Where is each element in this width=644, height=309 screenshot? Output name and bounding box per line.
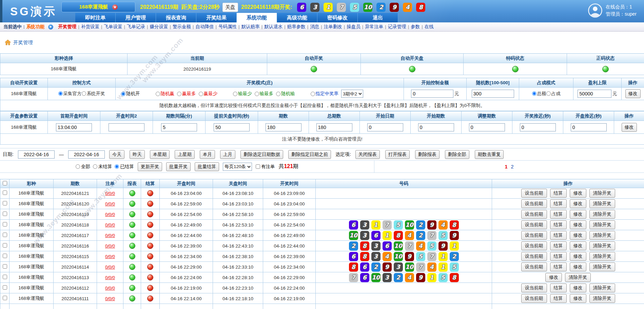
row-checkbox[interactable]: [3, 275, 7, 279]
submenu-item-注单删改[interactable]: 注单删改: [324, 24, 342, 29]
update-draw-button[interactable]: 更新开奖: [138, 162, 162, 171]
delete-selected-dates-button[interactable]: 删除选定日期数据: [240, 150, 283, 159]
modify-button[interactable]: 修改: [622, 123, 637, 132]
open-param-input[interactable]: [418, 123, 454, 131]
page-size-select[interactable]: 每页120条: [223, 163, 252, 171]
settle-button[interactable]: 结算: [550, 189, 567, 198]
batch-settle-button[interactable]: 批量结算: [195, 162, 219, 171]
submenu-item-消息[interactable]: 消息: [310, 24, 319, 29]
report-status-light[interactable]: [129, 222, 135, 228]
open-param-input[interactable]: [520, 123, 556, 131]
draw-mode-option-输最少[interactable]: 输最少: [233, 91, 252, 97]
set-current-period-button[interactable]: 设当前期: [521, 210, 547, 219]
clear-draw-button[interactable]: 清除开奖: [589, 241, 615, 250]
draw-mode-radio[interactable]: [233, 92, 237, 96]
draw-mode-radio[interactable]: [255, 92, 259, 96]
row-checkbox[interactable]: [3, 190, 7, 195]
dedupe-periods-button[interactable]: 期数去重复: [475, 150, 504, 159]
tab-退出[interactable]: 退出: [358, 13, 398, 22]
special-code-light[interactable]: [512, 66, 519, 72]
delete-all-button[interactable]: 删除全部: [445, 150, 469, 159]
draw-mode-option-输最多[interactable]: 输最多: [255, 91, 274, 97]
submenu-item-补货设置[interactable]: 补货设置: [81, 24, 99, 29]
settle-status-radio[interactable]: [93, 164, 97, 169]
report-status-light[interactable]: [129, 211, 135, 217]
clear-draw-button[interactable]: 清除开奖: [589, 210, 615, 219]
set-current-period-button[interactable]: 设当前期: [521, 262, 547, 271]
report-status-light[interactable]: [129, 243, 135, 249]
close-market-button[interactable]: 关盘: [222, 3, 238, 12]
this-week-button[interactable]: 本星期: [150, 150, 170, 159]
row-checkbox[interactable]: [3, 201, 7, 205]
draw-mode-option-赢最多[interactable]: 赢最多: [177, 91, 196, 97]
bets-link[interactable]: 0/0/0: [105, 222, 115, 228]
modify-button[interactable]: 修改: [570, 252, 586, 261]
page-1[interactable]: 1: [505, 164, 507, 169]
settle-button[interactable]: 结算: [550, 210, 567, 219]
normal-code-light[interactable]: [602, 66, 609, 72]
modify-button[interactable]: 修改: [570, 294, 586, 303]
settle-button[interactable]: 结算: [550, 284, 567, 292]
submenu-item-警示金额[interactable]: 警示金额: [173, 24, 191, 29]
tab-开奖结果[interactable]: 开奖结果: [196, 13, 237, 22]
modify-button[interactable]: 修改: [570, 220, 586, 229]
settle-status-light[interactable]: [147, 201, 153, 207]
draw-mode-option-随机赢[interactable]: 随机赢: [156, 91, 175, 97]
modify-button[interactable]: 修改: [545, 273, 562, 282]
modify-button[interactable]: 修改: [570, 231, 586, 240]
settle-button[interactable]: 结算: [550, 262, 567, 271]
close-report-button[interactable]: 关闭报表: [355, 150, 380, 159]
submenu-item-赔率参数[interactable]: 赔率参数: [287, 24, 306, 29]
bets-link[interactable]: 0/0/0: [105, 212, 115, 217]
row-checkbox[interactable]: [3, 243, 7, 248]
delete-report-button[interactable]: 删除报表: [415, 150, 440, 159]
open-param-input[interactable]: [367, 123, 403, 131]
row-checkbox[interactable]: [3, 233, 7, 237]
submenu-item-默认退水[interactable]: 默认退水: [264, 24, 282, 29]
bets-link[interactable]: 0/0/0: [105, 191, 115, 196]
has-bets-option[interactable]: 有注单: [256, 164, 275, 170]
last-week-button[interactable]: 上星期: [175, 150, 195, 159]
delete-before-date-button[interactable]: 删除指定日期之前: [288, 150, 331, 159]
auto-open-close-light[interactable]: [409, 66, 415, 72]
today-button[interactable]: 今天: [109, 150, 124, 159]
clear-draw-button[interactable]: 清除开奖: [565, 273, 591, 282]
bets-link[interactable]: 0/0/0: [105, 275, 115, 280]
row-checkbox[interactable]: [3, 285, 7, 290]
modify-button[interactable]: 修改: [570, 262, 586, 271]
modify-button[interactable]: 修改: [570, 199, 586, 208]
set-current-period-button[interactable]: 设当前期: [521, 220, 547, 229]
submenu-item-异常注单[interactable]: 异常注单: [365, 24, 383, 29]
settle-status-light[interactable]: [147, 243, 153, 249]
draw-mode-option-随机输[interactable]: 随机输: [276, 91, 295, 97]
set-current-period-button[interactable]: 设当前期: [521, 252, 547, 261]
tab-即时注单[interactable]: 即时注单: [75, 13, 116, 22]
tab-系统功能[interactable]: 系统功能: [237, 13, 277, 22]
settle-status-light[interactable]: [147, 190, 153, 196]
draw-mode-option-随机开[interactable]: 随机开: [121, 91, 140, 97]
report-status-light[interactable]: [129, 295, 135, 302]
report-status-light[interactable]: [129, 201, 135, 207]
control-mode-option-系统开奖[interactable]: 系统开奖: [82, 91, 105, 97]
batch-draw-button[interactable]: 批量开奖: [166, 162, 191, 171]
settle-status-light[interactable]: [147, 285, 153, 291]
bets-link[interactable]: 0/0/0: [105, 296, 115, 301]
settle-button[interactable]: 结算: [550, 294, 567, 303]
tab-用户管理[interactable]: 用户管理: [116, 13, 156, 22]
report-status-light[interactable]: [129, 190, 135, 196]
settle-button[interactable]: 结算: [550, 241, 567, 250]
draw-mode-radio[interactable]: [276, 92, 280, 96]
settle-status-light[interactable]: [147, 232, 153, 238]
clear-draw-button[interactable]: 清除开奖: [589, 252, 615, 261]
lottery-select-button[interactable]: 168幸運飛艇: [61, 2, 135, 12]
control-mode-radio[interactable]: [82, 91, 86, 96]
control-mode-radio[interactable]: [58, 91, 63, 96]
share-mode-radio[interactable]: [532, 91, 536, 96]
auto-draw-light[interactable]: [311, 66, 317, 72]
set-current-period-button[interactable]: 设当前期: [521, 241, 547, 250]
report-status-light[interactable]: [129, 264, 135, 270]
clear-draw-button[interactable]: 清除开奖: [589, 262, 615, 271]
date-to-input[interactable]: [68, 150, 105, 159]
page-2[interactable]: 2: [511, 164, 514, 169]
date-from-input[interactable]: [18, 150, 55, 159]
